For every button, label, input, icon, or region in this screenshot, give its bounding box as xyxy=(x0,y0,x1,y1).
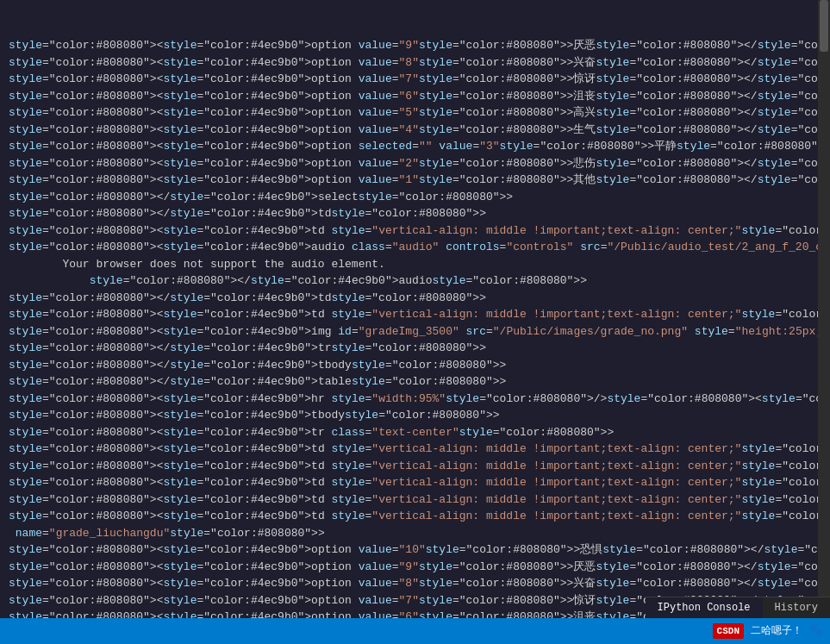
code-line: style="color:#808080"><style="color:#4ec… xyxy=(9,458,821,475)
user-label: 二哈嗯子！ xyxy=(751,623,802,639)
code-line: style="color:#808080"><style="color:#4ec… xyxy=(9,575,821,592)
code-line: style="color:#808080"><style="color:#4ec… xyxy=(9,391,821,408)
code-line: style="color:#808080"><style="color:#4ec… xyxy=(9,407,821,424)
code-line: style="color:#808080"><style="color:#4ec… xyxy=(9,424,821,441)
code-line: style="color:#808080"></style="color:#4e… xyxy=(9,189,821,206)
code-line: style="color:#808080"><style="color:#4ec… xyxy=(9,88,821,105)
code-line: name="grade_liuchangdu"style="color:#808… xyxy=(9,525,821,542)
tab-ipython[interactable]: IPython Console xyxy=(646,597,763,618)
tab-history[interactable]: History xyxy=(763,597,830,618)
code-line: style="color:#808080"><style="color:#4ec… xyxy=(9,122,821,139)
code-line: style="color:#808080"><style="color:#4ec… xyxy=(9,138,821,155)
code-line: style="color:#808080"></style="color:#4e… xyxy=(9,290,821,307)
bottom-tabs: IPython Console History xyxy=(646,597,830,618)
code-line: style="color:#808080"><style="color:#4ec… xyxy=(9,37,821,54)
code-line: style="color:#808080"><style="color:#4ec… xyxy=(9,222,821,240)
code-content: style="color:#808080"><style="color:#4ec… xyxy=(0,3,830,618)
code-line: style="color:#808080"><style="color:#4ec… xyxy=(9,239,821,256)
code-line: style="color:#808080"><style="color:#4ec… xyxy=(9,172,821,189)
code-line: style="color:#808080"></style="color:#4e… xyxy=(9,373,821,391)
code-line: style="color:#808080"><style="color:#4ec… xyxy=(9,491,821,509)
scrollbar-thumb[interactable] xyxy=(820,0,828,52)
code-line: style="color:#808080"><style="color:#4ec… xyxy=(9,441,821,458)
emoji-icon: 🐾 xyxy=(809,622,823,640)
code-line: style="color:#808080"></style="color:#4e… xyxy=(9,340,821,357)
code-line: style="color:#808080"></style="color:#4e… xyxy=(9,205,821,222)
code-line: style="color:#808080"></style="color:#4e… xyxy=(9,272,821,290)
bottom-bar: CSDN 二哈嗯子！ 🐾 xyxy=(0,618,830,644)
code-line: style="color:#808080"><style="color:#4ec… xyxy=(9,323,821,341)
code-line: style="color:#808080"><style="color:#4ec… xyxy=(9,541,821,559)
scrollbar[interactable] xyxy=(818,0,830,618)
code-line: style="color:#808080"><style="color:#4ec… xyxy=(9,54,821,72)
code-line: style="color:#808080"><style="color:#4ec… xyxy=(9,508,821,525)
code-line: style="color:#808080"><style="color:#4ec… xyxy=(9,71,821,88)
code-line: style="color:#808080"><style="color:#4ec… xyxy=(9,155,821,172)
code-line: Your browser does not support the audio … xyxy=(9,256,821,273)
code-line: style="color:#808080"><style="color:#4ec… xyxy=(9,559,821,576)
editor-area: style="color:#808080"><style="color:#4ec… xyxy=(0,0,830,618)
code-line: style="color:#808080"><style="color:#4ec… xyxy=(9,104,821,122)
csdn-logo: CSDN xyxy=(713,623,744,640)
code-line: style="color:#808080"><style="color:#4ec… xyxy=(9,474,821,491)
code-line: style="color:#808080"></style="color:#4e… xyxy=(9,357,821,374)
code-line: style="color:#808080"><style="color:#4ec… xyxy=(9,306,821,323)
